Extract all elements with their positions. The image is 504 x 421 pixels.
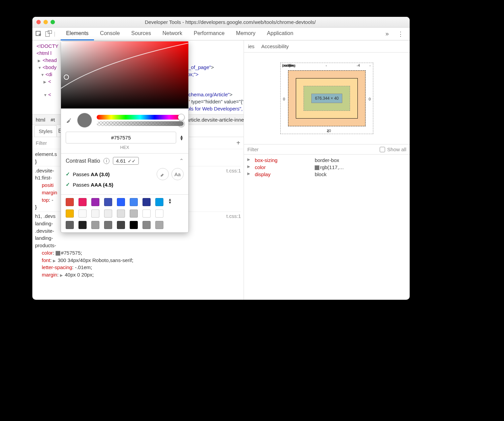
palette-swatch[interactable] [78, 198, 87, 206]
bg-eyedropper-icon[interactable] [157, 168, 169, 180]
palette-swatch[interactable] [91, 209, 99, 218]
computed-pane: Filter Show all ▶box-sizingborder-box▶co… [244, 144, 410, 180]
hue-slider[interactable] [97, 115, 184, 120]
tab-styles[interactable]: Styles [34, 125, 57, 137]
window-title: Developer Tools - https://developers.goo… [55, 19, 406, 25]
minimize-icon[interactable] [43, 20, 48, 24]
color-gradient[interactable] [61, 41, 188, 109]
alpha-slider[interactable] [97, 121, 184, 126]
computed-filter[interactable]: Filter [247, 147, 258, 152]
close-icon[interactable] [36, 20, 41, 24]
gradient-handle-icon[interactable] [64, 74, 69, 80]
left-pane: <!DOCTY <html l ▶<head ▼<body id="top_of… [32, 40, 244, 300]
palette-swatch[interactable] [66, 221, 74, 229]
tab-accessibility[interactable]: Accessibility [261, 43, 289, 49]
palette-swatch[interactable] [143, 221, 151, 229]
sidebar-tabs: ies Accessibility [244, 40, 410, 53]
box-content: 676.344 × 40 [311, 94, 342, 103]
hex-input[interactable] [66, 132, 176, 143]
computed-row[interactable]: ▶displayblock [247, 171, 406, 178]
palette-swatch[interactable] [155, 198, 163, 206]
expand-icon: ▶ [38, 58, 42, 63]
format-spinner-icon[interactable]: ▲▼ [180, 135, 184, 140]
palette-swatch[interactable] [104, 198, 112, 206]
device-toggle-icon[interactable] [44, 30, 52, 38]
chevron-up-icon[interactable]: ⌃ [179, 158, 184, 164]
panel-tabs: Elements Console Sources Network Perform… [61, 27, 298, 40]
palette-spinner-icon[interactable]: ▲▼ [168, 198, 184, 206]
tab-sources[interactable]: Sources [126, 27, 157, 40]
current-color-swatch [77, 113, 92, 128]
palette-swatch[interactable] [143, 209, 151, 218]
crumb-html[interactable]: html [36, 117, 45, 123]
palette-swatch[interactable] [143, 198, 151, 206]
right-pane: ies Accessibility position -4 margin - b… [244, 40, 410, 300]
traffic-lights [36, 20, 55, 24]
palette-swatch[interactable] [130, 209, 138, 218]
palette-swatch[interactable] [117, 221, 125, 229]
computed-row[interactable]: ▶box-sizingborder-box [247, 157, 406, 164]
palette-swatch[interactable] [91, 221, 99, 229]
palette-swatch[interactable] [117, 209, 125, 218]
filter-input[interactable]: Filter [36, 140, 47, 146]
collapse-icon: ▼ [38, 65, 42, 70]
tab-memory[interactable]: Memory [231, 27, 261, 40]
check-icon: ✓ [66, 182, 70, 188]
inspect-icon[interactable] [35, 30, 42, 38]
palette-swatch[interactable] [66, 198, 74, 206]
slider-thumb-icon[interactable] [178, 120, 185, 127]
tab-network[interactable]: Network [157, 27, 188, 40]
tab-application[interactable]: Application [261, 27, 298, 40]
palette-swatch[interactable] [104, 221, 112, 229]
info-icon[interactable]: i [103, 158, 109, 164]
palette-swatch[interactable] [117, 198, 125, 206]
palette-swatch[interactable] [78, 221, 87, 229]
contrast-section: Contrast Ratio i 4.61✓✓ ⌃ ✓ Passes AA (3… [61, 153, 188, 194]
eyedropper-icon[interactable] [66, 117, 72, 124]
showall-checkbox[interactable] [380, 147, 385, 152]
kebab-menu-icon[interactable]: ⋮ [394, 30, 407, 38]
add-rule-icon[interactable]: + [237, 139, 241, 147]
devtools-window: Developer Tools - https://developers.goo… [32, 17, 410, 300]
aa-toggle[interactable]: Aa [171, 168, 184, 180]
palette-swatch[interactable] [155, 209, 163, 218]
palette-swatch[interactable] [91, 198, 99, 206]
contrast-ratio: 4.61✓✓ [113, 157, 139, 165]
box-model[interactable]: position -4 margin - border - padding - … [244, 53, 410, 144]
tab-console[interactable]: Console [95, 27, 125, 40]
zoom-icon[interactable] [51, 20, 55, 24]
titlebar: Developer Tools - https://developers.goo… [32, 17, 410, 28]
palette-swatch[interactable] [104, 209, 112, 218]
slider-thumb-icon[interactable] [178, 114, 185, 121]
palette-swatch[interactable] [130, 221, 138, 229]
tab-elements[interactable]: Elements [61, 27, 94, 40]
tab-performance[interactable]: Performance [188, 27, 230, 40]
tabs-overflow-icon[interactable]: » [382, 30, 392, 37]
color-swatch[interactable] [56, 251, 60, 256]
computed-row[interactable]: ▶colorrgb(117,… [247, 164, 406, 171]
palette-swatch[interactable] [130, 198, 138, 206]
color-picker: ▲▼ HEX Contrast Ratio i 4.61✓✓ ⌃ ✓ Passe… [61, 41, 189, 233]
checkmark-icon: ✓✓ [128, 158, 136, 164]
color-palette: ▲▼ [61, 194, 188, 232]
palette-swatch[interactable] [155, 221, 163, 229]
palette-swatch[interactable] [78, 209, 87, 218]
hex-label: HEX [61, 145, 188, 153]
main-toolbar: | Elements Console Sources Network Perfo… [32, 28, 410, 40]
check-icon: ✓ [66, 171, 70, 177]
palette-swatch[interactable] [66, 209, 74, 218]
